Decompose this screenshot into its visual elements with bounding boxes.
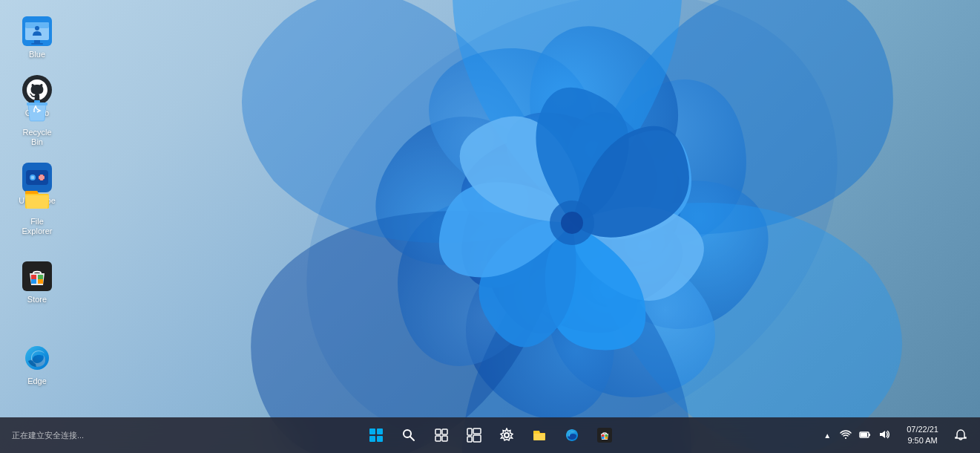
search-button[interactable] [394, 420, 424, 450]
svg-rect-23 [38, 279, 43, 284]
svg-rect-22 [31, 279, 36, 284]
taskbar-right: ▲ [815, 420, 974, 450]
svg-rect-24 [369, 428, 375, 434]
settings-icon [499, 428, 514, 443]
desktop: Blue Github [0, 0, 980, 453]
file-explorer-taskbar-icon [532, 428, 547, 443]
wallpaper-svg [238, 0, 906, 453]
svg-rect-27 [377, 436, 383, 442]
svg-rect-20 [31, 275, 36, 280]
widgets-button[interactable] [459, 420, 489, 450]
svg-rect-6 [34, 40, 40, 43]
wifi-tray-icon[interactable] [838, 427, 853, 444]
wifi-icon [840, 428, 852, 440]
svg-rect-26 [369, 436, 375, 442]
desktop-icon-edge[interactable]: Edge [7, 338, 67, 391]
desktop-icon-recycle-bin[interactable]: RecycleBin [7, 89, 67, 151]
task-view-button[interactable] [427, 420, 456, 450]
svg-rect-11 [34, 100, 40, 102]
svg-point-2 [561, 212, 583, 234]
svg-rect-40 [602, 434, 605, 437]
tray-expand-button[interactable]: ▲ [820, 430, 834, 441]
file-explorer-label: FileExplorer [22, 217, 53, 236]
notification-button[interactable] [947, 420, 974, 450]
taskbar-status-text: 正在建立安全连接... [6, 430, 84, 441]
start-button[interactable] [361, 420, 391, 450]
edge-taskbar-icon [565, 428, 579, 443]
svg-rect-33 [442, 436, 447, 441]
svg-rect-41 [605, 434, 608, 437]
svg-rect-34 [467, 428, 472, 435]
widgets-icon [467, 428, 481, 443]
blue-icon [22, 16, 53, 47]
svg-rect-7 [31, 43, 43, 45]
search-icon [402, 428, 415, 442]
blue-icon-label: Blue [29, 50, 45, 59]
svg-point-8 [35, 26, 39, 30]
svg-rect-42 [602, 437, 605, 439]
notification-icon [955, 429, 967, 441]
svg-rect-36 [473, 428, 481, 434]
recycle-bin-icon [22, 94, 53, 125]
volume-icon [878, 428, 890, 440]
svg-rect-37 [473, 435, 481, 442]
battery-tray-icon[interactable] [858, 427, 872, 444]
svg-rect-35 [467, 437, 472, 442]
taskbar: 正在建立安全连接... [0, 417, 980, 453]
clock-date: 07/22/21 [907, 424, 938, 435]
desktop-icon-file-explorer[interactable]: FileExplorer [7, 178, 67, 241]
file-explorer-taskbar-button[interactable] [524, 420, 554, 450]
svg-line-29 [410, 437, 414, 440]
store-icon [22, 261, 53, 292]
taskbar-center [361, 420, 619, 450]
svg-rect-32 [435, 436, 441, 441]
system-tray: ▲ [815, 427, 898, 444]
desktop-icons-column4: Store [7, 256, 67, 309]
svg-rect-46 [861, 433, 867, 437]
volume-tray-icon[interactable] [877, 427, 892, 444]
desktop-icon-store[interactable]: Store [7, 256, 67, 309]
edge-desktop-icon [22, 342, 53, 374]
file-explorer-icon [22, 183, 53, 214]
svg-rect-30 [435, 429, 441, 434]
svg-rect-21 [38, 275, 43, 280]
desktop-icons-column5: Edge [7, 338, 67, 391]
store-label: Store [27, 295, 47, 304]
recycle-bin-label: RecycleBin [22, 128, 51, 147]
svg-rect-45 [869, 434, 870, 436]
desktop-icons-column3: FileExplorer [7, 178, 67, 241]
svg-rect-25 [377, 428, 383, 434]
desktop-icon-blue[interactable]: Blue [7, 11, 67, 64]
svg-rect-31 [442, 429, 447, 434]
svg-point-38 [504, 433, 509, 437]
start-icon [369, 428, 384, 443]
svg-rect-43 [605, 437, 608, 439]
svg-rect-10 [27, 102, 47, 105]
edge-taskbar-button[interactable] [557, 420, 587, 450]
clock[interactable]: 07/22/21 9:50 AM [901, 424, 944, 447]
edge-label: Edge [27, 377, 47, 386]
settings-button[interactable] [492, 420, 522, 450]
battery-icon [859, 428, 871, 440]
task-view-icon [435, 428, 448, 442]
store-taskbar-button[interactable] [590, 420, 619, 450]
clock-time: 9:50 AM [907, 435, 937, 446]
store-taskbar-icon [597, 428, 612, 443]
